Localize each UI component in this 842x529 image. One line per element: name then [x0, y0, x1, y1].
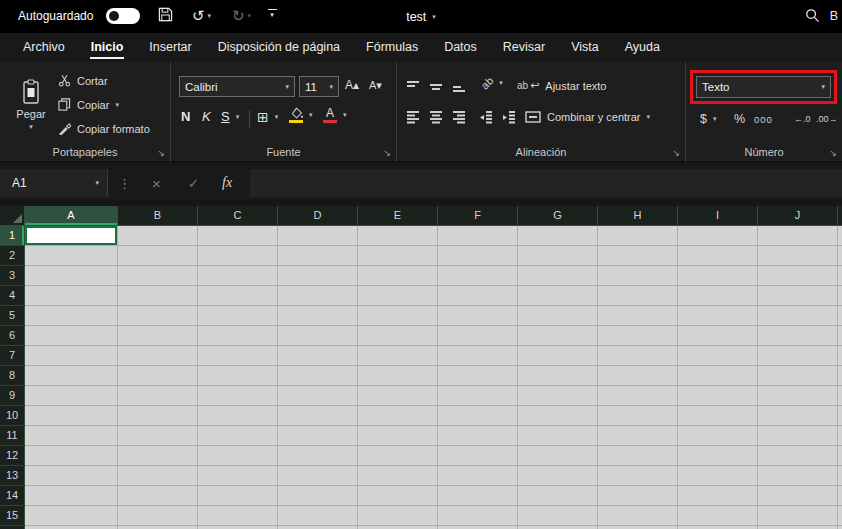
cell[interactable]: [278, 406, 358, 426]
cell[interactable]: [678, 366, 758, 386]
cell[interactable]: [758, 426, 838, 446]
cell[interactable]: [358, 266, 438, 286]
cell[interactable]: [25, 266, 118, 286]
tab-vista[interactable]: Vista: [558, 33, 612, 62]
cell[interactable]: [358, 366, 438, 386]
tab-datos[interactable]: Datos: [431, 33, 490, 62]
cell[interactable]: [278, 426, 358, 446]
cell[interactable]: [118, 346, 198, 366]
cell[interactable]: [278, 306, 358, 326]
cell[interactable]: [518, 406, 598, 426]
font-color-button[interactable]: A ▾: [323, 107, 347, 123]
tab-archivo[interactable]: Archivo: [10, 33, 78, 62]
number-format-select[interactable]: Texto ▾: [696, 76, 831, 98]
chevron-down-icon[interactable]: ▾: [499, 79, 503, 87]
align-left-button[interactable]: [406, 111, 420, 124]
cell[interactable]: [118, 486, 198, 506]
cell[interactable]: [438, 486, 518, 506]
percent-format-button[interactable]: %: [734, 112, 745, 126]
cell[interactable]: [758, 266, 838, 286]
cell[interactable]: [358, 386, 438, 406]
cell[interactable]: [598, 446, 678, 466]
cell[interactable]: [598, 246, 678, 266]
cell[interactable]: [25, 346, 118, 366]
chevron-down-icon[interactable]: ▾: [248, 12, 252, 20]
cell[interactable]: [198, 226, 278, 246]
column-header[interactable]: H: [598, 206, 678, 226]
cell[interactable]: [278, 246, 358, 266]
cell[interactable]: [518, 326, 598, 346]
chevron-down-icon[interactable]: ▾: [343, 111, 347, 119]
cell[interactable]: [838, 306, 842, 326]
cell[interactable]: [198, 466, 278, 486]
cell[interactable]: [598, 406, 678, 426]
cell[interactable]: [758, 286, 838, 306]
cell[interactable]: [358, 326, 438, 346]
merge-center-button[interactable]: Combinar y centrar ▾: [525, 111, 650, 123]
cell[interactable]: [838, 386, 842, 406]
cell[interactable]: [838, 506, 842, 526]
column-header[interactable]: F: [438, 206, 518, 226]
cell[interactable]: [598, 506, 678, 526]
cell[interactable]: [438, 286, 518, 306]
cell[interactable]: [678, 286, 758, 306]
row-header[interactable]: 15: [0, 506, 25, 526]
cell[interactable]: [25, 286, 118, 306]
cell[interactable]: [678, 306, 758, 326]
tab-formulas[interactable]: Fórmulas: [353, 33, 431, 62]
cell[interactable]: [438, 426, 518, 446]
tab-disposicion[interactable]: Disposición de página: [205, 33, 353, 62]
cell[interactable]: [518, 246, 598, 266]
copy-button[interactable]: Copiar ▾: [58, 98, 119, 111]
cell[interactable]: [118, 306, 198, 326]
cell[interactable]: [278, 226, 358, 246]
cell[interactable]: [758, 306, 838, 326]
cell[interactable]: [198, 346, 278, 366]
align-bottom-button[interactable]: [452, 80, 466, 93]
formula-input[interactable]: [250, 169, 842, 197]
cell[interactable]: [518, 446, 598, 466]
column-header[interactable]: E: [358, 206, 438, 226]
cell[interactable]: [758, 386, 838, 406]
cell[interactable]: [358, 346, 438, 366]
decrease-decimal-button[interactable]: .00→: [816, 114, 838, 124]
cell[interactable]: [678, 406, 758, 426]
cell[interactable]: [598, 466, 678, 486]
cell[interactable]: [118, 466, 198, 486]
cell[interactable]: [678, 506, 758, 526]
undo-button[interactable]: ↺ ▾: [192, 7, 211, 25]
column-header[interactable]: D: [278, 206, 358, 226]
cell[interactable]: [838, 286, 842, 306]
comma-format-button[interactable]: 000: [754, 114, 773, 125]
cell[interactable]: [678, 266, 758, 286]
cell[interactable]: [278, 266, 358, 286]
tab-inicio[interactable]: Inicio: [78, 33, 137, 62]
row-header[interactable]: 14: [0, 486, 25, 506]
cell[interactable]: [518, 306, 598, 326]
tab-revisar[interactable]: Revisar: [490, 33, 558, 62]
row-header[interactable]: 3: [0, 266, 25, 286]
decrease-indent-button[interactable]: [479, 111, 493, 124]
dialog-launcher-icon[interactable]: ↘: [829, 148, 837, 158]
cell[interactable]: [358, 246, 438, 266]
cell[interactable]: [438, 466, 518, 486]
cell[interactable]: [358, 506, 438, 526]
cell[interactable]: [198, 426, 278, 446]
align-middle-button[interactable]: [429, 80, 443, 93]
borders-button[interactable]: ⊞ ▾: [257, 109, 278, 125]
row-header[interactable]: 1: [0, 226, 25, 246]
cell[interactable]: [758, 326, 838, 346]
row-header[interactable]: 6: [0, 326, 25, 346]
cell[interactable]: [518, 386, 598, 406]
row-header[interactable]: 8: [0, 366, 25, 386]
cell[interactable]: [198, 266, 278, 286]
cell[interactable]: [358, 426, 438, 446]
cell[interactable]: [518, 486, 598, 506]
cell[interactable]: [25, 426, 118, 446]
cell[interactable]: [25, 226, 118, 246]
column-header[interactable]: B: [118, 206, 198, 226]
align-right-button[interactable]: [452, 111, 466, 124]
cell[interactable]: [278, 466, 358, 486]
decrease-font-button[interactable]: A▾: [369, 79, 382, 92]
cell[interactable]: [758, 406, 838, 426]
